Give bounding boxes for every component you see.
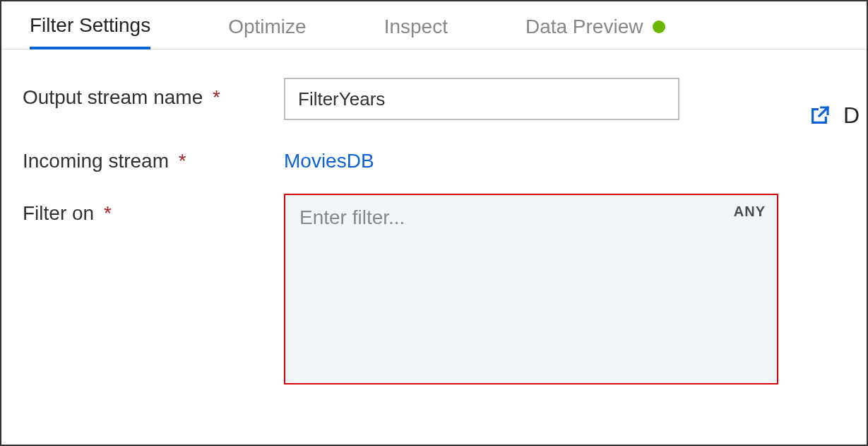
label-text: Output stream name: [23, 86, 203, 108]
required-marker: *: [179, 150, 186, 172]
filter-type-badge: ANY: [734, 204, 766, 220]
required-marker: *: [213, 86, 220, 108]
tab-label: Data Preview: [525, 16, 643, 38]
output-stream-field: [284, 78, 845, 120]
tab-inspect[interactable]: Inspect: [384, 14, 448, 49]
label-text: Incoming stream: [23, 150, 169, 172]
incoming-stream-link[interactable]: MoviesDB: [284, 141, 374, 172]
required-marker: *: [104, 202, 112, 224]
open-external-icon[interactable]: [808, 105, 831, 127]
right-cutoff-area: D: [808, 102, 860, 129]
incoming-stream-field: MoviesDB: [284, 141, 845, 172]
tab-label: Optimize: [228, 16, 306, 38]
label-text: Filter on: [23, 202, 94, 224]
filter-placeholder: Enter filter...: [299, 206, 405, 228]
filter-on-field: Enter filter... ANY: [284, 194, 845, 385]
tab-optimize[interactable]: Optimize: [228, 14, 306, 49]
tab-data-preview[interactable]: Data Preview: [525, 14, 666, 49]
filter-on-label: Filter on *: [23, 194, 284, 225]
row-output-stream: Output stream name *: [23, 78, 845, 120]
row-incoming-stream: Incoming stream * MoviesDB: [23, 141, 845, 172]
incoming-stream-label: Incoming stream *: [23, 141, 284, 172]
output-stream-input[interactable]: [284, 78, 679, 120]
form-area: Output stream name * Incoming stream * M…: [1, 49, 867, 385]
filter-expression-input[interactable]: Enter filter... ANY: [284, 194, 778, 385]
output-stream-label: Output stream name *: [23, 78, 284, 109]
tab-label: Filter Settings: [30, 14, 150, 37]
status-dot-icon: [653, 20, 665, 33]
tab-bar: Filter Settings Optimize Inspect Data Pr…: [1, 1, 867, 49]
cutoff-text: D: [843, 102, 860, 129]
tab-filter-settings[interactable]: Filter Settings: [30, 14, 150, 49]
tab-label: Inspect: [384, 16, 448, 38]
row-filter-on: Filter on * Enter filter... ANY: [23, 194, 845, 385]
